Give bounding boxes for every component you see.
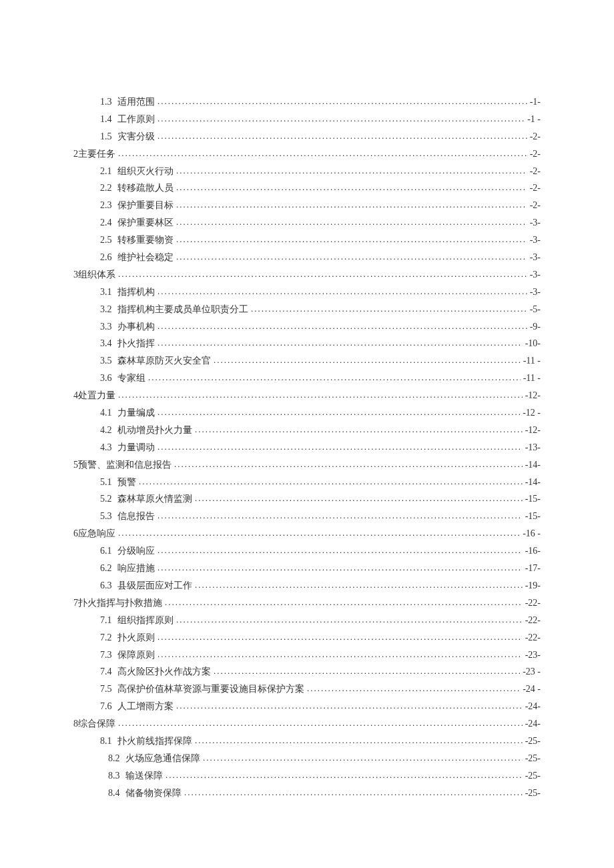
toc-entry: 4.2机动增员扑火力量-12-	[73, 422, 541, 439]
toc-entry-page: -17-	[525, 560, 541, 577]
toc-leader-dots	[118, 145, 527, 162]
toc-leader-dots	[251, 300, 527, 318]
toc-entry-page: -16 -	[523, 525, 541, 542]
toc-leader-dots	[176, 196, 527, 213]
toc-entry: 8综合保障-24-	[73, 715, 541, 733]
toc-leader-dots	[176, 231, 527, 248]
toc-entry-title: 办事机构	[117, 318, 155, 336]
toc-entry: 2.2转移疏散人员-2-	[73, 179, 541, 197]
toc-entry: 5.1预警-14-	[73, 474, 541, 491]
toc-entry-page: -14-	[525, 456, 541, 474]
toc-entry: 3.1指挥机构-3-	[73, 284, 541, 301]
toc-entry-page: -3-	[530, 266, 541, 284]
toc-leader-dots	[195, 421, 523, 438]
toc-entry-number: 3.1	[100, 284, 112, 301]
toc-entry: 6应急响应-16 -	[73, 525, 541, 542]
toc-entry-number: 7.4	[100, 663, 112, 681]
toc-entry: 3.3办事机构-9-	[73, 318, 541, 336]
toc-leader-dots	[118, 524, 520, 542]
toc-entry: 7.5高保护价值林草资源与重要设施目标保护方案-24 -	[73, 681, 541, 698]
toc-leader-dots	[158, 542, 523, 559]
toc-entry-page: -25-	[525, 767, 541, 785]
toc-entry-title: 保障原则	[117, 646, 155, 664]
toc-entry-title: 扑火原则	[117, 629, 155, 646]
toc-leader-dots	[195, 732, 523, 749]
toc-leader-dots	[203, 749, 523, 767]
toc-entry: 1.3适用范围-1-	[73, 93, 541, 111]
toc-entry: 2.5转移重要物资-3-	[73, 232, 541, 249]
toc-entry-number: 7.6	[100, 698, 112, 715]
toc-entry: 6.2响应措施-17-	[73, 560, 541, 577]
toc-entry-title: 指挥机构	[117, 284, 155, 301]
toc-entry-page: -3-	[530, 249, 541, 266]
toc-entry-title: 工作原则	[117, 111, 155, 128]
toc-leader-dots	[166, 767, 523, 784]
toc-leader-dots	[176, 162, 527, 179]
toc-entry-page: -11 -	[523, 370, 541, 387]
toc-entry: 2.3保护重要目标-2-	[73, 197, 541, 214]
toc-entry-number: 6	[73, 525, 78, 542]
toc-entry-number: 4.3	[100, 439, 112, 456]
toc-leader-dots	[118, 386, 523, 404]
toc-entry-title: 火场应急通信保障	[125, 750, 200, 767]
toc-entry-page: -2-	[530, 128, 541, 145]
toc-leader-dots	[158, 334, 523, 352]
toc-leader-dots	[184, 784, 523, 801]
toc-entry: 3.6专家组-11 -	[73, 370, 541, 387]
toc-entry-title: 森林草原火情监测	[117, 490, 192, 508]
toc-entry-page: -22-	[525, 629, 541, 646]
toc-entry-page: -16-	[525, 542, 541, 560]
toc-leader-dots	[158, 283, 527, 300]
toc-entry-title: 保护重要林区	[117, 214, 174, 232]
toc-entry-page: -5-	[530, 301, 541, 318]
toc-entry-page: -3-	[530, 232, 541, 249]
toc-leader-dots	[118, 266, 527, 283]
toc-entry-number: 3.5	[100, 352, 112, 370]
toc-entry-number: 7.1	[100, 612, 112, 629]
toc-entry-title: 综合保障	[78, 715, 115, 733]
toc-entry-title: 输送保障	[125, 767, 163, 785]
toc-leader-dots	[139, 473, 523, 490]
toc-leader-dots	[158, 507, 523, 524]
toc-entry-page: -25-	[525, 750, 541, 767]
toc-entry-page: -1-	[530, 93, 541, 111]
toc-entry: 2.6维护社会稳定-3-	[73, 249, 541, 266]
toc-entry: 4.3力量调动-13-	[73, 439, 541, 456]
toc-entry: 5.3信息报告-15-	[73, 508, 541, 525]
toc-entry-title: 人工增雨方案	[117, 698, 174, 715]
toc-entry-number: 2.4	[100, 214, 112, 232]
toc-entry-title: 维护社会稳定	[117, 249, 174, 266]
toc-entry-title: 力量编成	[117, 404, 155, 422]
toc-entry-title: 主要任务	[78, 145, 115, 163]
toc-leader-dots	[176, 697, 523, 715]
table-of-contents: 1.3适用范围-1-1.4工作原则-1 -1.5灾害分级-2-2主要任务-2-2…	[73, 93, 541, 802]
toc-entry-title: 预警	[117, 474, 136, 491]
toc-entry: 8.2火场应急通信保障-25-	[73, 750, 541, 767]
toc-leader-dots	[158, 646, 523, 663]
toc-entry-title: 组织灭火行动	[117, 163, 174, 180]
toc-leader-dots	[307, 680, 520, 697]
toc-entry-number: 6.1	[100, 542, 112, 560]
toc-entry-title: 指挥机构主要成员单位职责分工	[117, 301, 248, 318]
toc-entry: 7.2扑火原则-22-	[73, 629, 541, 646]
toc-entry-title: 扑火指挥与扑救措施	[78, 594, 162, 612]
toc-entry: 7.4高火险区扑火作战方案-23 -	[73, 663, 541, 681]
toc-entry: 7.1组织指挥原则-22-	[73, 612, 541, 629]
toc-entry: 7.3保障原则-23-	[73, 646, 541, 664]
toc-entry-title: 扑火指挥	[117, 335, 155, 352]
toc-entry-title: 处置力量	[78, 387, 115, 404]
toc-entry-number: 3.3	[100, 318, 112, 336]
toc-leader-dots	[158, 628, 523, 646]
toc-leader-dots	[165, 594, 523, 611]
toc-entry-page: -2-	[530, 145, 541, 163]
toc-entry-title: 专家组	[117, 370, 145, 387]
toc-entry-title: 储备物资保障	[125, 785, 182, 802]
toc-entry-title: 适用范围	[117, 93, 155, 111]
toc-entry: 3.5森林草原防灭火安全官-11 -	[73, 352, 541, 370]
toc-leader-dots	[176, 179, 527, 196]
toc-leader-dots	[174, 456, 523, 473]
toc-entry-number: 8.1	[100, 733, 112, 750]
toc-entry-number: 3.6	[100, 370, 112, 387]
toc-leader-dots	[176, 213, 527, 231]
toc-entry-title: 组织体系	[78, 266, 115, 284]
